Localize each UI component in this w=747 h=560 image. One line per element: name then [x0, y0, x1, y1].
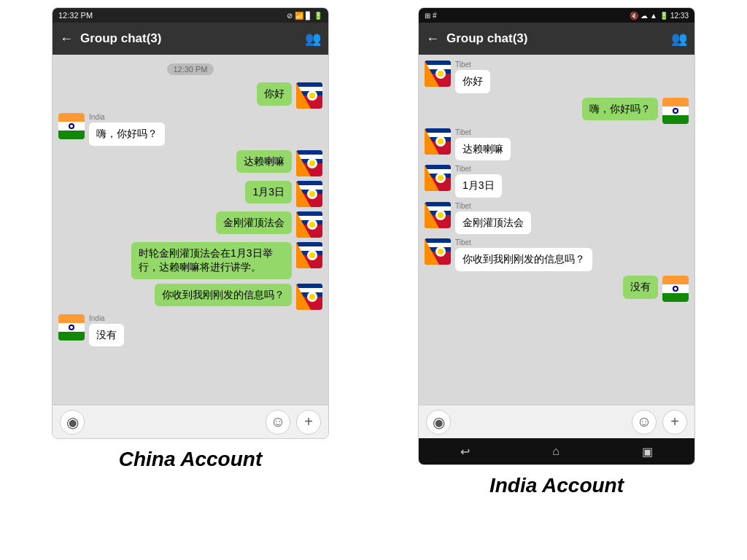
svg-point-108: [674, 287, 677, 290]
india-msg-3-bubble: 达赖喇嘛: [455, 138, 511, 161]
china-msg-3-avatar: [296, 150, 322, 176]
china-msg-5-bubble: 金刚灌顶法会: [216, 211, 292, 235]
china-msg-8-content: India 没有: [89, 314, 124, 347]
india-msg-2-avatar: [662, 98, 689, 124]
china-msg-3-content: 达赖喇嘛: [236, 150, 292, 174]
svg-point-70: [438, 71, 444, 77]
svg-rect-61: [58, 332, 85, 341]
android-recent-button[interactable]: ▣: [642, 445, 653, 459]
china-msg-4-content: 1月3日: [245, 181, 292, 204]
svg-point-82: [438, 139, 444, 144]
svg-point-51: [309, 252, 315, 258]
svg-rect-106: [662, 293, 689, 302]
china-msg-7-bubble: 你收到我刚刚发的信息吗？: [155, 284, 292, 307]
china-msg-7-avatar: [296, 284, 322, 310]
india-msg-1-bubble: 你好: [455, 70, 490, 93]
china-msg-5-avatar: [296, 211, 322, 238]
india-msg-6-content: Tibet 你收到我刚刚发的信息吗？: [455, 238, 592, 271]
china-chat-area: 12:30 PM 你好: [53, 55, 328, 405]
india-msg-1-content: Tibet 你好: [455, 61, 490, 93]
china-app-header: ← Group chat(3) 👥: [53, 23, 328, 55]
svg-rect-53: [296, 284, 322, 288]
china-status-bar: 12:32 PM ⊘ 📶 ▊ 🔋: [53, 8, 328, 23]
china-msg-8-avatar: [58, 314, 85, 341]
india-voice-button[interactable]: ◉: [426, 410, 451, 435]
china-msg-4-bubble: 1月3日: [245, 181, 292, 204]
svg-point-18: [309, 93, 315, 98]
china-msg-7: 你收到我刚刚发的信息吗？: [58, 284, 322, 310]
china-msg-1: 你好: [58, 82, 322, 109]
india-emoji-icon: ☺: [637, 413, 651, 430]
china-bottom-bar: ◉ ☺ +: [53, 405, 328, 438]
china-msg-6-content: 时轮金刚灌顶法会在1月3日举行，达赖喇嘛将进行讲学。: [131, 242, 292, 279]
svg-rect-21: [58, 131, 85, 139]
china-msg-1-content: 你好: [257, 82, 292, 106]
india-msg-3-content: Tibet 达赖喇嘛: [455, 128, 511, 161]
india-msg-1: Tibet 你好: [425, 61, 689, 93]
india-android-nav: ↩ ⌂ ▣: [419, 438, 694, 464]
india-msg-4-content: Tibet 1月3日: [455, 165, 502, 198]
india-label: India Account: [489, 474, 624, 497]
india-mute-icon: 🔇: [630, 12, 638, 20]
svg-point-44: [309, 222, 315, 228]
battery-icon: 🔋: [314, 12, 322, 20]
china-msg-2: India 嗨，你好吗？: [58, 113, 322, 146]
svg-point-30: [309, 160, 315, 166]
india-msg-1-sender: Tibet: [455, 61, 490, 69]
india-msg-6-avatar: [425, 238, 451, 265]
china-status-icons: ⊘ 📶 ▊ 🔋: [287, 12, 322, 20]
china-contacts-icon[interactable]: 👥: [305, 31, 321, 47]
android-home-button[interactable]: ⌂: [552, 445, 560, 458]
india-phone-container: ⊞ # 🔇 ☁ ▲ 🔋 12:33 ← Group chat(3) 👥: [381, 7, 732, 497]
svg-point-103: [438, 249, 444, 254]
india-contacts-icon[interactable]: 👥: [671, 31, 687, 47]
india-msg-2-bubble: 嗨，你好吗？: [582, 98, 658, 121]
india-msg-3-avatar: [425, 128, 451, 155]
india-msg-6: Tibet 你收到我刚刚发的信息吗？: [425, 238, 689, 271]
svg-rect-19: [58, 113, 85, 122]
india-msg-4-sender: Tibet: [455, 165, 502, 173]
india-msg-7: 没有: [425, 276, 689, 302]
hash-icon: #: [433, 12, 437, 20]
india-wifi-icon: ☁: [640, 12, 648, 20]
china-back-button[interactable]: ←: [60, 31, 73, 47]
android-back-button[interactable]: ↩: [460, 445, 470, 459]
india-emoji-button[interactable]: ☺: [632, 410, 657, 435]
svg-rect-91: [425, 202, 451, 206]
china-voice-button[interactable]: ◉: [60, 410, 85, 435]
india-time: 12:33: [670, 12, 689, 20]
china-emoji-button[interactable]: ☺: [266, 410, 290, 435]
signal-icon: ▊: [306, 12, 311, 20]
mute-icon: ⊘: [287, 12, 293, 20]
china-msg-5-content: 金刚灌顶法会: [216, 211, 292, 235]
india-msg-5-content: Tibet 金刚灌顶法会: [455, 202, 531, 235]
svg-rect-46: [296, 242, 322, 246]
india-msg-5-avatar: [425, 202, 451, 228]
china-msg-2-content: India 嗨，你好吗？: [89, 113, 165, 146]
india-battery-icon: 🔋: [659, 12, 668, 20]
svg-rect-32: [296, 181, 322, 185]
china-msg-6-avatar: [296, 242, 322, 268]
india-app-header: ← Group chat(3) 👥: [419, 23, 694, 55]
india-msg-2: 嗨，你好吗？: [425, 98, 689, 124]
india-msg-2-content: 嗨，你好吗？: [582, 98, 658, 121]
china-timestamp: 12:30 PM: [167, 63, 213, 75]
india-msg-7-bubble: 没有: [623, 276, 658, 299]
svg-rect-13: [296, 82, 322, 87]
india-plus-button[interactable]: +: [662, 410, 687, 435]
india-msg-5-bubble: 金刚灌顶法会: [455, 211, 531, 235]
india-msg-6-bubble: 你收到我刚刚发的信息吗？: [455, 248, 592, 271]
india-back-button[interactable]: ←: [426, 31, 439, 47]
china-msg-6: 时轮金刚灌顶法会在1月3日举行，达赖喇嘛将进行讲学。: [58, 242, 322, 279]
india-msg-4: Tibet 1月3日: [425, 165, 689, 198]
image-icon: ⊞: [425, 12, 430, 20]
india-notif-icons: ⊞ #: [425, 12, 437, 20]
china-msg-8: India 没有: [58, 314, 322, 347]
india-msg-3-sender: Tibet: [455, 128, 511, 136]
india-bottom-bar: ◉ ☺ +: [419, 405, 694, 438]
india-msg-3: Tibet 达赖喇嘛: [425, 128, 689, 161]
china-plus-button[interactable]: +: [296, 410, 321, 435]
china-msg-1-bubble: 你好: [257, 82, 292, 106]
china-label: China Account: [119, 448, 263, 471]
svg-point-89: [438, 175, 444, 181]
